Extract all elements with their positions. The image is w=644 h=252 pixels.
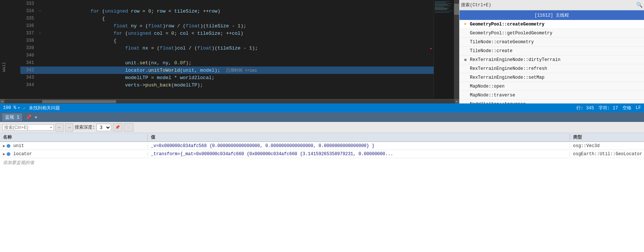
encoding-indicator: LF (636, 105, 641, 110)
watch-search-box[interactable]: ▾ (2, 124, 54, 131)
line-num-334: 334 (20, 8, 37, 14)
line-num-340: 340 (20, 53, 37, 58)
placeholder-icon-1 (462, 30, 468, 36)
call-stack-item-7[interactable]: MapNode::open (460, 82, 644, 91)
right-search-icon[interactable]: 🔍 (636, 2, 643, 8)
depth-label: 搜索深度: (75, 124, 95, 130)
thread-label: [11612] 主线程 (535, 12, 569, 18)
right-search-label: 搜索(Ctrl+E) (461, 2, 635, 8)
code-editor-main: Wall 333 (0, 0, 459, 103)
line-num-342: 342 (20, 68, 37, 73)
close-watch-icon[interactable]: ✕ (34, 115, 37, 120)
bottom-section: 监视 1 📌 ✕ ▾ ← → 搜索深度: 3 1 2 (0, 112, 644, 252)
pin-toolbar-btn[interactable]: 📌 (113, 123, 122, 132)
call-stack-item-2[interactable]: TileNode::createGeometry (460, 38, 644, 47)
status-bar: 100 % ▾ ✔ 未找到相关问题 行: 345 字符: 17 空格 LF (0, 103, 644, 112)
call-stack-item-label-4: RexTerrainEngineNode::dirtyTerrain (470, 57, 560, 62)
code-line-344: 344 verts->push_back(modelLTP); (20, 81, 434, 89)
pin-icon[interactable]: 📌 (26, 115, 31, 120)
line-num-333: 333 (20, 1, 37, 6)
status-bar-right: 行: 345 字符: 17 空格 LF (576, 105, 641, 111)
collapse-337[interactable]: − (37, 31, 43, 35)
call-stack-item-6[interactable]: RexTerrainEngineNode::setMap (460, 73, 644, 82)
line-num-344: 344 (20, 82, 37, 88)
zoom-dropdown-icon[interactable]: ▾ (18, 106, 20, 110)
watch-search-input[interactable] (4, 125, 50, 130)
call-stack-scroll[interactable]: ➤ GeometryPool::createGeometry GeometryP… (460, 20, 644, 103)
collapse-334[interactable]: − (37, 9, 43, 13)
placeholder-icon-7 (462, 84, 468, 89)
call-stack-item-label-2: TileNode::createGeometry (470, 40, 534, 45)
watch-row-locator[interactable]: ▶ locator _transform={_mat=0x000000c034a… (0, 150, 644, 158)
h-scroll-left-btn[interactable]: ◂ (0, 99, 4, 104)
add-watch-label: 添加要监视的项 (3, 160, 34, 166)
row-indicator: 行: 345 (576, 105, 594, 111)
line-num-337: 337 (20, 31, 37, 36)
watch-name-unit: unit (13, 143, 24, 149)
arrow-icon-0: ➤ (462, 21, 468, 27)
call-stack-item-label-0: GeometryPool::createGeometry (470, 22, 545, 27)
placeholder-icon-6 (462, 75, 468, 81)
svg-rect-0 (464, 59, 467, 61)
watch-dot-unit (7, 144, 10, 148)
watch-toolbar: ▾ ← → 搜索深度: 3 1 2 4 5 📌 ⊞ (0, 122, 644, 133)
call-stack-item-label-5: RexTerrainEngineNode::refresh (470, 66, 547, 71)
watch-dot-locator (7, 152, 10, 156)
watch-rows[interactable]: ▶ unit _v=0x000000c034afc568 {0.00000000… (0, 142, 644, 252)
call-stack-item-8[interactable]: MapNode::traverse (460, 91, 644, 100)
line-num-338: 338 (20, 38, 37, 43)
line-num-339: 339 (20, 45, 37, 51)
watch-table-header: 名称 值 类型 (0, 133, 644, 142)
space-indicator: 空格 (623, 105, 631, 111)
watch-row-unit[interactable]: ▶ unit _v=0x000000c034afc568 {0.00000000… (0, 142, 644, 150)
nav-forward-btn[interactable]: → (65, 123, 73, 132)
depth-select: 搜索深度: 3 1 2 4 5 (75, 124, 111, 131)
call-stack-item-label-1: GeometryPool::getPooledGeometry (470, 31, 552, 36)
line-num-335: 335 (20, 16, 37, 21)
horizontal-scrollbar[interactable]: ◂ ▸ (0, 99, 459, 103)
h-scroll-track[interactable] (5, 100, 454, 103)
scroll-thumb[interactable] (454, 4, 459, 15)
placeholder-icon-3 (462, 48, 468, 54)
call-stack-item-5[interactable]: RexTerrainEngineNode::refresh (460, 64, 644, 73)
watch-cell-name-locator: ▶ locator (0, 151, 148, 157)
right-panel-search-bar: 搜索(Ctrl+E) 🔍 (460, 0, 644, 10)
zoom-control[interactable]: 100 % ▾ (3, 105, 20, 110)
line-content-342: locator.unitToWorld(unit, model); 已用时间 <… (43, 62, 257, 79)
wall-label: Wall (2, 62, 6, 72)
nav-back-btn[interactable]: ← (55, 123, 64, 132)
line-num-341: 341 (20, 60, 37, 65)
call-stack-item-1[interactable]: GeometryPool::getPooledGeometry (460, 29, 644, 38)
placeholder-icon-5 (462, 66, 468, 72)
watch-value-locator: _transform={_mat=0x000000c034afc660 {0x0… (148, 151, 570, 157)
watch-type-locator: osgEarth::Util::GeoLocator (570, 151, 644, 157)
watch-name-locator: locator (13, 151, 32, 157)
call-stack-item-0[interactable]: ➤ GeometryPool::createGeometry (460, 20, 644, 29)
col-header-type: 类型 (570, 134, 644, 140)
status-ok-icon: ✔ (23, 105, 26, 111)
main-container: Wall 333 (0, 0, 644, 252)
vertical-scrollbar[interactable] (454, 0, 459, 99)
h-scroll-right-btn[interactable]: ▸ (455, 99, 459, 104)
code-lines-container: 333 334 − for (unsigned row = 0; row < t… (20, 0, 434, 99)
placeholder-icon-8 (462, 92, 468, 98)
call-stack-item-label-3: TileNode::create (470, 48, 512, 54)
call-stack-item-4[interactable]: RexTerrainEngineNode::dirtyTerrain (460, 55, 644, 64)
add-watch-item[interactable]: 添加要监视的项 (0, 158, 644, 167)
code-scroll-area[interactable]: Wall 333 (0, 0, 459, 99)
call-stack-item-3[interactable]: TileNode::create (460, 47, 644, 55)
expand-arrow-unit[interactable]: ▶ (3, 144, 5, 148)
grid-toolbar-btn[interactable]: ⊞ (124, 123, 133, 132)
call-stack-item-label-7: MapNode::open (470, 84, 505, 89)
depth-dropdown[interactable]: 3 1 2 4 5 (96, 124, 111, 131)
h-scroll-thumb[interactable] (42, 100, 116, 103)
col-header-value: 值 (148, 134, 570, 140)
search-dropdown-btn[interactable]: ▾ (50, 125, 52, 130)
call-stack-thread-header: [11612] 主线程 (460, 10, 644, 20)
minimap[interactable] (434, 0, 454, 99)
line-num-336: 336 (20, 23, 37, 28)
watch-cell-name-unit: ▶ unit (0, 143, 148, 149)
expand-arrow-locator[interactable]: ▶ (3, 152, 5, 156)
line-num-343: 343 (20, 75, 37, 80)
call-stack-item-9[interactable]: NodeVisitor::traverse (460, 100, 644, 103)
